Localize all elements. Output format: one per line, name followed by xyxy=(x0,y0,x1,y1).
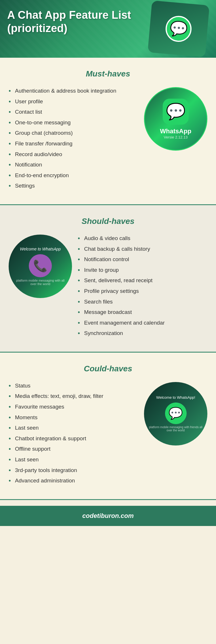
phone-icon: 📞 xyxy=(33,259,48,273)
could-haves-section: Could-haves StatusMedia effects: text, e… xyxy=(0,353,216,500)
footer-label: codetiburon.com xyxy=(82,512,134,520)
list-item: Sent, delivered, read receipt xyxy=(78,277,207,284)
whatsapp-logo-header: 💬 xyxy=(164,15,193,43)
welcome2-chat-icon: 💬 xyxy=(168,407,183,420)
list-item: Notification control xyxy=(78,256,207,263)
list-item: Profile privacy settings xyxy=(78,287,207,295)
list-item: Notification xyxy=(9,161,138,169)
page-header: A Chat App Feature List (prioritized) 💬 xyxy=(0,0,216,58)
should-haves-content: Welcome to WhatsApp 📞 platform mobile me… xyxy=(9,235,207,340)
wa-circle-version: Versie 2.12.13 xyxy=(164,135,187,139)
list-item: One-to-one messaging xyxy=(9,119,138,127)
list-item: Synchronization xyxy=(78,330,207,337)
list-item: Search files xyxy=(78,298,207,306)
could-haves-content: StatusMedia effects: text, emoji, draw, … xyxy=(9,382,207,488)
welcome-circle-image: Welcome to WhatsApp 📞 platform mobile me… xyxy=(9,235,72,298)
list-item: Event management and calendar xyxy=(78,319,207,327)
list-item: Contact list xyxy=(9,108,138,116)
welcome2-icon: 💬 xyxy=(165,402,187,424)
list-item: End-to-end encryption xyxy=(9,172,138,179)
whatsapp-icon: 💬 xyxy=(169,20,188,38)
title-line2: (prioritized) xyxy=(7,22,67,34)
should-haves-list: Audio & video callsChat backup & calls h… xyxy=(78,235,207,340)
welcome2-sub: platform mobile messaging with friends a… xyxy=(144,426,207,432)
list-item: Last seen xyxy=(9,456,138,464)
wa-circle-name: WhatsApp xyxy=(160,128,192,135)
welcome-phone-icon: 📞 xyxy=(29,254,52,277)
list-item: Offline support xyxy=(9,445,138,453)
whatsapp-circle-image: 💬 WhatsApp Versie 2.12.13 xyxy=(144,87,207,151)
must-haves-title: Must-haves xyxy=(9,69,207,78)
list-item: Chat backup & calls history xyxy=(78,245,207,253)
list-item: Favourite messages xyxy=(9,403,138,411)
header-phone-graphic: 💬 xyxy=(148,1,210,57)
welcome2-text: Welcome to WhatsApp! xyxy=(153,395,198,400)
list-item: User profile xyxy=(9,98,138,106)
must-haves-list: Authentication & address book integratio… xyxy=(9,87,138,193)
could-haves-list: StatusMedia effects: text, emoji, draw, … xyxy=(9,382,138,488)
list-item: Media effects: text, emoji, draw, filter xyxy=(9,392,138,400)
could-haves-title: Could-haves xyxy=(9,364,207,373)
page-title: A Chat App Feature List (prioritized) xyxy=(7,9,131,35)
list-item: 3rd-party tools integration xyxy=(9,467,138,474)
list-item: Group chat (chatrooms) xyxy=(9,129,138,137)
welcome-sub-text: platform mobile messaging with all over … xyxy=(9,279,72,286)
welcome2-circle-image: Welcome to WhatsApp! 💬 platform mobile m… xyxy=(144,382,207,445)
list-item: Authentication & address book integratio… xyxy=(9,87,138,95)
list-item: Last seen xyxy=(9,424,138,432)
list-item: Advanced administration xyxy=(9,477,138,485)
list-item: Invite to group xyxy=(78,266,207,274)
footer-spacer xyxy=(0,500,216,506)
wa-chat-icon: 💬 xyxy=(166,102,186,121)
wa-icon-box: 💬 xyxy=(163,99,189,125)
must-haves-section: Must-haves Authentication & address book… xyxy=(0,58,216,205)
should-haves-section: Should-haves Welcome to WhatsApp 📞 platf… xyxy=(0,205,216,353)
list-item: Settings xyxy=(9,182,138,190)
should-haves-title: Should-haves xyxy=(9,217,207,226)
list-item: Audio & video calls xyxy=(78,235,207,242)
title-line1: A Chat App Feature List xyxy=(7,9,131,21)
page-footer: codetiburon.com xyxy=(0,506,216,526)
must-haves-content: Authentication & address book integratio… xyxy=(9,87,207,193)
list-item: Status xyxy=(9,382,138,390)
list-item: Chatbot integration & support xyxy=(9,435,138,443)
list-item: Moments xyxy=(9,414,138,422)
list-item: Message broadcast xyxy=(78,308,207,316)
list-item: Record audio/video xyxy=(9,151,138,158)
welcome-text: Welcome to WhatsApp xyxy=(20,247,61,251)
list-item: File transfer /forwarding xyxy=(9,140,138,148)
